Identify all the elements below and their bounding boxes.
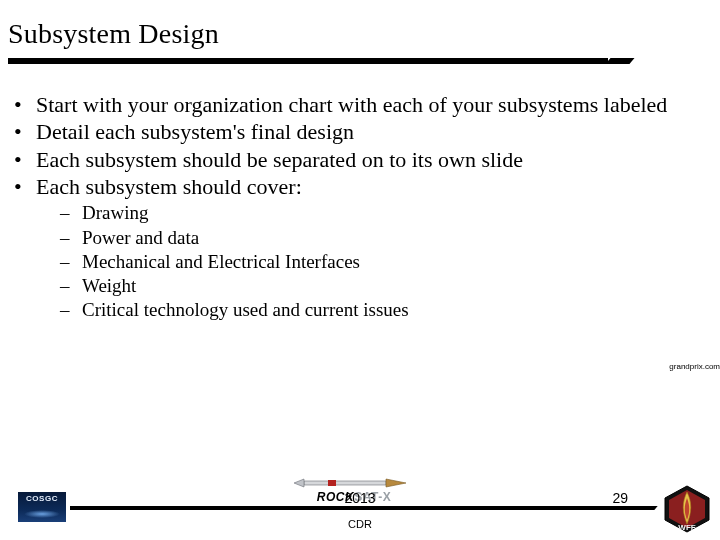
bullet-text: Each subsystem should cover: bbox=[36, 174, 706, 199]
sub-bullets: – Drawing – Power and data – Mechanical … bbox=[60, 201, 706, 323]
logo-right: WFF bbox=[662, 484, 712, 534]
footer: COSGC ROCKSAT-X 2013 CDR 29 WFF bbox=[0, 476, 720, 540]
title-rule-tail bbox=[605, 58, 634, 64]
sub-bullet-item: – Critical technology used and current i… bbox=[60, 298, 706, 322]
title-rule bbox=[8, 58, 608, 64]
bullet-text: Detail each subsystem's final design bbox=[36, 119, 706, 144]
rocket-icon bbox=[294, 476, 414, 490]
sub-bullet-text: Critical technology used and current iss… bbox=[82, 298, 706, 322]
image-citation: grandprix.com bbox=[669, 362, 720, 371]
dash-icon: – bbox=[60, 298, 82, 322]
bullet-item: • Each subsystem should be separated on … bbox=[14, 147, 706, 172]
bullet-text: Start with your organization chart with … bbox=[36, 92, 706, 117]
body: • Start with your organization chart wit… bbox=[14, 92, 706, 323]
svg-marker-2 bbox=[294, 479, 304, 487]
wff-logo-icon: WFF bbox=[662, 484, 712, 534]
bullet-icon: • bbox=[14, 174, 36, 199]
sub-bullet-text: Mechanical and Electrical Interfaces bbox=[82, 250, 706, 274]
bullet-icon: • bbox=[14, 147, 36, 172]
footer-rule bbox=[70, 506, 640, 510]
dash-icon: – bbox=[60, 226, 82, 250]
title-block: Subsystem Design bbox=[8, 18, 712, 50]
bullet-item: • Each subsystem should cover: bbox=[14, 174, 706, 199]
bullet-item: • Detail each subsystem's final design bbox=[14, 119, 706, 144]
svg-rect-0 bbox=[304, 481, 386, 485]
sub-bullet-item: – Drawing bbox=[60, 201, 706, 225]
bullet-icon: • bbox=[14, 119, 36, 144]
slide: Subsystem Design • Start with your organ… bbox=[0, 0, 720, 540]
sub-bullet-text: Weight bbox=[82, 274, 706, 298]
sub-bullet-text: Drawing bbox=[82, 201, 706, 225]
logo-right-text: WFF bbox=[678, 523, 695, 532]
page-number: 29 bbox=[612, 490, 628, 506]
sub-bullet-item: – Weight bbox=[60, 274, 706, 298]
dash-icon: – bbox=[60, 201, 82, 225]
sub-bullet-item: – Power and data bbox=[60, 226, 706, 250]
dash-icon: – bbox=[60, 274, 82, 298]
dash-icon: – bbox=[60, 250, 82, 274]
bullet-item: • Start with your organization chart wit… bbox=[14, 92, 706, 117]
sub-bullet-item: – Mechanical and Electrical Interfaces bbox=[60, 250, 706, 274]
svg-rect-3 bbox=[328, 480, 336, 486]
sub-bullet-text: Power and data bbox=[82, 226, 706, 250]
bullet-icon: • bbox=[14, 92, 36, 117]
bullet-text: Each subsystem should be separated on to… bbox=[36, 147, 706, 172]
footer-label: CDR bbox=[0, 518, 720, 530]
svg-marker-1 bbox=[386, 479, 406, 487]
slide-title: Subsystem Design bbox=[8, 18, 712, 50]
